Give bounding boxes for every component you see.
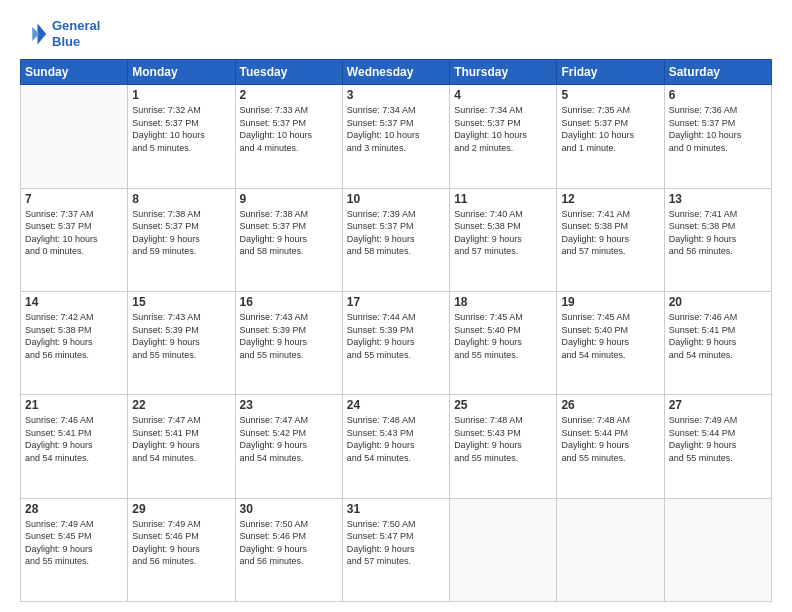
day-info: Sunrise: 7:41 AM Sunset: 5:38 PM Dayligh… (561, 208, 659, 258)
day-number: 11 (454, 192, 552, 206)
calendar-cell (21, 85, 128, 188)
calendar-cell: 3Sunrise: 7:34 AM Sunset: 5:37 PM Daylig… (342, 85, 449, 188)
calendar-cell (450, 498, 557, 601)
day-info: Sunrise: 7:47 AM Sunset: 5:42 PM Dayligh… (240, 414, 338, 464)
day-info: Sunrise: 7:50 AM Sunset: 5:46 PM Dayligh… (240, 518, 338, 568)
calendar-cell: 11Sunrise: 7:40 AM Sunset: 5:38 PM Dayli… (450, 188, 557, 291)
weekday-header-tuesday: Tuesday (235, 60, 342, 85)
day-info: Sunrise: 7:33 AM Sunset: 5:37 PM Dayligh… (240, 104, 338, 154)
calendar-cell: 7Sunrise: 7:37 AM Sunset: 5:37 PM Daylig… (21, 188, 128, 291)
day-info: Sunrise: 7:49 AM Sunset: 5:45 PM Dayligh… (25, 518, 123, 568)
day-number: 1 (132, 88, 230, 102)
weekday-header-row: SundayMondayTuesdayWednesdayThursdayFrid… (21, 60, 772, 85)
day-number: 9 (240, 192, 338, 206)
header: General Blue (20, 18, 772, 49)
calendar-cell: 22Sunrise: 7:47 AM Sunset: 5:41 PM Dayli… (128, 395, 235, 498)
day-number: 16 (240, 295, 338, 309)
day-info: Sunrise: 7:38 AM Sunset: 5:37 PM Dayligh… (240, 208, 338, 258)
day-info: Sunrise: 7:41 AM Sunset: 5:38 PM Dayligh… (669, 208, 767, 258)
calendar-cell: 6Sunrise: 7:36 AM Sunset: 5:37 PM Daylig… (664, 85, 771, 188)
day-info: Sunrise: 7:37 AM Sunset: 5:37 PM Dayligh… (25, 208, 123, 258)
day-number: 30 (240, 502, 338, 516)
day-number: 28 (25, 502, 123, 516)
day-info: Sunrise: 7:49 AM Sunset: 5:46 PM Dayligh… (132, 518, 230, 568)
calendar-week-1: 1Sunrise: 7:32 AM Sunset: 5:37 PM Daylig… (21, 85, 772, 188)
calendar-cell: 28Sunrise: 7:49 AM Sunset: 5:45 PM Dayli… (21, 498, 128, 601)
day-info: Sunrise: 7:43 AM Sunset: 5:39 PM Dayligh… (240, 311, 338, 361)
logo-text: General Blue (52, 18, 100, 49)
weekday-header-wednesday: Wednesday (342, 60, 449, 85)
day-info: Sunrise: 7:43 AM Sunset: 5:39 PM Dayligh… (132, 311, 230, 361)
calendar-cell: 18Sunrise: 7:45 AM Sunset: 5:40 PM Dayli… (450, 291, 557, 394)
day-info: Sunrise: 7:46 AM Sunset: 5:41 PM Dayligh… (25, 414, 123, 464)
calendar-week-3: 14Sunrise: 7:42 AM Sunset: 5:38 PM Dayli… (21, 291, 772, 394)
day-info: Sunrise: 7:36 AM Sunset: 5:37 PM Dayligh… (669, 104, 767, 154)
calendar-cell: 21Sunrise: 7:46 AM Sunset: 5:41 PM Dayli… (21, 395, 128, 498)
calendar-cell: 15Sunrise: 7:43 AM Sunset: 5:39 PM Dayli… (128, 291, 235, 394)
weekday-header-friday: Friday (557, 60, 664, 85)
calendar-cell: 29Sunrise: 7:49 AM Sunset: 5:46 PM Dayli… (128, 498, 235, 601)
day-number: 25 (454, 398, 552, 412)
day-number: 21 (25, 398, 123, 412)
day-info: Sunrise: 7:44 AM Sunset: 5:39 PM Dayligh… (347, 311, 445, 361)
day-info: Sunrise: 7:45 AM Sunset: 5:40 PM Dayligh… (454, 311, 552, 361)
day-info: Sunrise: 7:50 AM Sunset: 5:47 PM Dayligh… (347, 518, 445, 568)
calendar-cell: 10Sunrise: 7:39 AM Sunset: 5:37 PM Dayli… (342, 188, 449, 291)
day-number: 13 (669, 192, 767, 206)
day-info: Sunrise: 7:48 AM Sunset: 5:43 PM Dayligh… (347, 414, 445, 464)
day-number: 29 (132, 502, 230, 516)
calendar-cell: 16Sunrise: 7:43 AM Sunset: 5:39 PM Dayli… (235, 291, 342, 394)
day-number: 26 (561, 398, 659, 412)
calendar-cell: 5Sunrise: 7:35 AM Sunset: 5:37 PM Daylig… (557, 85, 664, 188)
calendar-cell: 4Sunrise: 7:34 AM Sunset: 5:37 PM Daylig… (450, 85, 557, 188)
day-info: Sunrise: 7:34 AM Sunset: 5:37 PM Dayligh… (454, 104, 552, 154)
day-number: 8 (132, 192, 230, 206)
day-number: 15 (132, 295, 230, 309)
day-number: 23 (240, 398, 338, 412)
calendar-cell: 12Sunrise: 7:41 AM Sunset: 5:38 PM Dayli… (557, 188, 664, 291)
calendar-cell: 17Sunrise: 7:44 AM Sunset: 5:39 PM Dayli… (342, 291, 449, 394)
calendar-cell: 30Sunrise: 7:50 AM Sunset: 5:46 PM Dayli… (235, 498, 342, 601)
day-number: 31 (347, 502, 445, 516)
calendar-cell (557, 498, 664, 601)
calendar-cell: 8Sunrise: 7:38 AM Sunset: 5:37 PM Daylig… (128, 188, 235, 291)
day-info: Sunrise: 7:47 AM Sunset: 5:41 PM Dayligh… (132, 414, 230, 464)
day-number: 24 (347, 398, 445, 412)
weekday-header-monday: Monday (128, 60, 235, 85)
day-number: 18 (454, 295, 552, 309)
day-number: 6 (669, 88, 767, 102)
calendar-cell: 26Sunrise: 7:48 AM Sunset: 5:44 PM Dayli… (557, 395, 664, 498)
day-info: Sunrise: 7:48 AM Sunset: 5:44 PM Dayligh… (561, 414, 659, 464)
calendar-cell: 25Sunrise: 7:48 AM Sunset: 5:43 PM Dayli… (450, 395, 557, 498)
day-info: Sunrise: 7:32 AM Sunset: 5:37 PM Dayligh… (132, 104, 230, 154)
day-info: Sunrise: 7:46 AM Sunset: 5:41 PM Dayligh… (669, 311, 767, 361)
calendar-cell: 2Sunrise: 7:33 AM Sunset: 5:37 PM Daylig… (235, 85, 342, 188)
day-number: 7 (25, 192, 123, 206)
calendar-table: SundayMondayTuesdayWednesdayThursdayFrid… (20, 59, 772, 602)
calendar-cell: 9Sunrise: 7:38 AM Sunset: 5:37 PM Daylig… (235, 188, 342, 291)
day-info: Sunrise: 7:40 AM Sunset: 5:38 PM Dayligh… (454, 208, 552, 258)
calendar-cell: 14Sunrise: 7:42 AM Sunset: 5:38 PM Dayli… (21, 291, 128, 394)
logo: General Blue (20, 18, 100, 49)
day-number: 22 (132, 398, 230, 412)
calendar-cell: 13Sunrise: 7:41 AM Sunset: 5:38 PM Dayli… (664, 188, 771, 291)
calendar-week-2: 7Sunrise: 7:37 AM Sunset: 5:37 PM Daylig… (21, 188, 772, 291)
day-number: 19 (561, 295, 659, 309)
calendar-cell: 24Sunrise: 7:48 AM Sunset: 5:43 PM Dayli… (342, 395, 449, 498)
day-number: 20 (669, 295, 767, 309)
calendar-week-4: 21Sunrise: 7:46 AM Sunset: 5:41 PM Dayli… (21, 395, 772, 498)
calendar-cell (664, 498, 771, 601)
weekday-header-thursday: Thursday (450, 60, 557, 85)
weekday-header-saturday: Saturday (664, 60, 771, 85)
day-info: Sunrise: 7:39 AM Sunset: 5:37 PM Dayligh… (347, 208, 445, 258)
calendar-cell: 27Sunrise: 7:49 AM Sunset: 5:44 PM Dayli… (664, 395, 771, 498)
day-info: Sunrise: 7:48 AM Sunset: 5:43 PM Dayligh… (454, 414, 552, 464)
day-info: Sunrise: 7:38 AM Sunset: 5:37 PM Dayligh… (132, 208, 230, 258)
day-number: 27 (669, 398, 767, 412)
day-number: 12 (561, 192, 659, 206)
logo-icon (20, 20, 48, 48)
calendar-cell: 23Sunrise: 7:47 AM Sunset: 5:42 PM Dayli… (235, 395, 342, 498)
day-number: 2 (240, 88, 338, 102)
day-number: 10 (347, 192, 445, 206)
day-info: Sunrise: 7:45 AM Sunset: 5:40 PM Dayligh… (561, 311, 659, 361)
